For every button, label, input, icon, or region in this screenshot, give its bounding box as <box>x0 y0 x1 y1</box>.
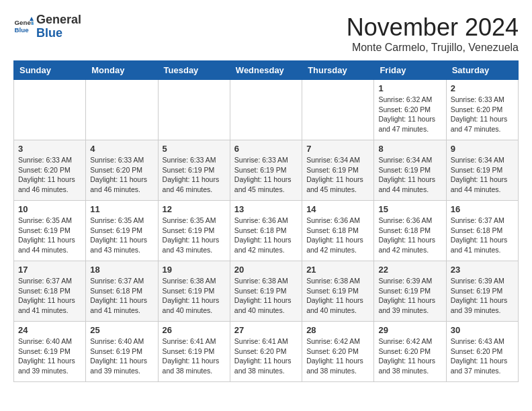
day-info: Sunrise: 6:43 AM Sunset: 6:20 PM Dayligh… <box>451 336 514 376</box>
day-info: Sunrise: 6:37 AM Sunset: 6:18 PM Dayligh… <box>451 216 514 255</box>
calendar-week-5: 24Sunrise: 6:40 AM Sunset: 6:19 PM Dayli… <box>14 322 519 382</box>
calendar-cell: 13Sunrise: 6:36 AM Sunset: 6:18 PM Dayli… <box>230 201 302 261</box>
calendar-cell: 27Sunrise: 6:41 AM Sunset: 6:20 PM Dayli… <box>230 322 302 382</box>
day-number: 18 <box>90 265 153 275</box>
day-info: Sunrise: 6:37 AM Sunset: 6:18 PM Dayligh… <box>18 276 81 316</box>
day-number: 9 <box>451 144 514 154</box>
day-number: 17 <box>18 265 81 275</box>
day-info: Sunrise: 6:38 AM Sunset: 6:19 PM Dayligh… <box>306 276 369 316</box>
day-number: 30 <box>451 325 514 335</box>
calendar-cell <box>158 80 230 140</box>
col-friday: Friday <box>374 61 446 80</box>
col-thursday: Thursday <box>302 61 374 80</box>
day-number: 13 <box>234 204 298 214</box>
calendar-cell <box>230 80 302 140</box>
day-number: 7 <box>306 144 369 154</box>
day-info: Sunrise: 6:41 AM Sunset: 6:20 PM Dayligh… <box>234 336 298 376</box>
day-number: 14 <box>306 204 369 214</box>
calendar-cell <box>14 80 86 140</box>
calendar-week-4: 17Sunrise: 6:37 AM Sunset: 6:18 PM Dayli… <box>14 261 519 322</box>
calendar-cell: 30Sunrise: 6:43 AM Sunset: 6:20 PM Dayli… <box>446 322 518 382</box>
day-info: Sunrise: 6:40 AM Sunset: 6:19 PM Dayligh… <box>18 336 81 376</box>
calendar-cell <box>86 80 158 140</box>
day-number: 21 <box>306 265 369 275</box>
day-number: 1 <box>378 83 441 93</box>
page-header: General Blue General Blue November 2024 … <box>13 13 519 54</box>
calendar-cell: 8Sunrise: 6:34 AM Sunset: 6:19 PM Daylig… <box>374 140 446 201</box>
calendar-cell: 20Sunrise: 6:38 AM Sunset: 6:19 PM Dayli… <box>230 261 302 322</box>
day-info: Sunrise: 6:42 AM Sunset: 6:20 PM Dayligh… <box>378 336 441 376</box>
day-number: 27 <box>234 325 298 335</box>
day-info: Sunrise: 6:42 AM Sunset: 6:20 PM Dayligh… <box>306 336 369 376</box>
calendar-cell: 23Sunrise: 6:39 AM Sunset: 6:19 PM Dayli… <box>446 261 518 322</box>
day-info: Sunrise: 6:39 AM Sunset: 6:19 PM Dayligh… <box>378 276 441 316</box>
calendar-cell: 5Sunrise: 6:33 AM Sunset: 6:19 PM Daylig… <box>158 140 230 201</box>
day-info: Sunrise: 6:32 AM Sunset: 6:20 PM Dayligh… <box>378 95 441 134</box>
title-block: November 2024 Monte Carmelo, Trujillo, V… <box>347 13 519 54</box>
calendar-cell: 17Sunrise: 6:37 AM Sunset: 6:18 PM Dayli… <box>14 261 86 322</box>
day-number: 29 <box>378 325 441 335</box>
calendar-cell: 3Sunrise: 6:33 AM Sunset: 6:20 PM Daylig… <box>14 140 86 201</box>
calendar-week-1: 1Sunrise: 6:32 AM Sunset: 6:20 PM Daylig… <box>14 80 519 140</box>
day-info: Sunrise: 6:34 AM Sunset: 6:19 PM Dayligh… <box>451 155 514 195</box>
calendar-cell: 15Sunrise: 6:36 AM Sunset: 6:18 PM Dayli… <box>374 201 446 261</box>
calendar-cell: 26Sunrise: 6:41 AM Sunset: 6:19 PM Dayli… <box>158 322 230 382</box>
day-number: 4 <box>90 144 153 154</box>
day-number: 3 <box>18 144 81 154</box>
calendar-cell: 24Sunrise: 6:40 AM Sunset: 6:19 PM Dayli… <box>14 322 86 382</box>
day-number: 28 <box>306 325 369 335</box>
svg-text:Blue: Blue <box>15 26 30 33</box>
day-info: Sunrise: 6:38 AM Sunset: 6:19 PM Dayligh… <box>234 276 298 316</box>
day-info: Sunrise: 6:36 AM Sunset: 6:18 PM Dayligh… <box>306 216 369 255</box>
day-info: Sunrise: 6:40 AM Sunset: 6:19 PM Dayligh… <box>90 336 153 376</box>
day-info: Sunrise: 6:36 AM Sunset: 6:18 PM Dayligh… <box>234 216 298 255</box>
calendar-cell: 18Sunrise: 6:37 AM Sunset: 6:18 PM Dayli… <box>86 261 158 322</box>
day-info: Sunrise: 6:37 AM Sunset: 6:18 PM Dayligh… <box>90 276 153 316</box>
day-info: Sunrise: 6:34 AM Sunset: 6:19 PM Dayligh… <box>306 155 369 195</box>
day-number: 2 <box>451 83 514 93</box>
col-sunday: Sunday <box>14 61 86 80</box>
day-number: 8 <box>378 144 441 154</box>
day-number: 11 <box>90 204 153 214</box>
col-wednesday: Wednesday <box>230 61 302 80</box>
day-number: 12 <box>163 204 226 214</box>
calendar-cell: 2Sunrise: 6:33 AM Sunset: 6:20 PM Daylig… <box>446 80 518 140</box>
day-number: 6 <box>234 144 298 154</box>
calendar-cell: 11Sunrise: 6:35 AM Sunset: 6:19 PM Dayli… <box>86 201 158 261</box>
calendar-cell: 12Sunrise: 6:35 AM Sunset: 6:19 PM Dayli… <box>158 201 230 261</box>
day-info: Sunrise: 6:33 AM Sunset: 6:20 PM Dayligh… <box>451 95 514 134</box>
calendar-cell: 29Sunrise: 6:42 AM Sunset: 6:20 PM Dayli… <box>374 322 446 382</box>
location-subtitle: Monte Carmelo, Trujillo, Venezuela <box>347 42 519 54</box>
calendar-cell: 1Sunrise: 6:32 AM Sunset: 6:20 PM Daylig… <box>374 80 446 140</box>
col-saturday: Saturday <box>446 61 518 80</box>
calendar-cell: 28Sunrise: 6:42 AM Sunset: 6:20 PM Dayli… <box>302 322 374 382</box>
month-title: November 2024 <box>347 13 519 42</box>
calendar-header: Sunday Monday Tuesday Wednesday Thursday… <box>14 61 519 80</box>
day-number: 16 <box>451 204 514 214</box>
day-number: 19 <box>163 265 226 275</box>
calendar-cell: 10Sunrise: 6:35 AM Sunset: 6:19 PM Dayli… <box>14 201 86 261</box>
logo-blue: Blue <box>36 27 81 40</box>
day-info: Sunrise: 6:38 AM Sunset: 6:19 PM Dayligh… <box>163 276 226 316</box>
day-info: Sunrise: 6:33 AM Sunset: 6:20 PM Dayligh… <box>18 155 81 195</box>
calendar-cell <box>302 80 374 140</box>
day-number: 25 <box>90 325 153 335</box>
day-info: Sunrise: 6:33 AM Sunset: 6:20 PM Dayligh… <box>90 155 153 195</box>
day-info: Sunrise: 6:33 AM Sunset: 6:19 PM Dayligh… <box>234 155 298 195</box>
calendar-body: 1Sunrise: 6:32 AM Sunset: 6:20 PM Daylig… <box>14 80 519 382</box>
logo: General Blue General Blue <box>13 13 81 40</box>
col-tuesday: Tuesday <box>158 61 230 80</box>
col-monday: Monday <box>86 61 158 80</box>
calendar-cell: 25Sunrise: 6:40 AM Sunset: 6:19 PM Dayli… <box>86 322 158 382</box>
calendar-week-2: 3Sunrise: 6:33 AM Sunset: 6:20 PM Daylig… <box>14 140 519 201</box>
day-number: 10 <box>18 204 81 214</box>
day-info: Sunrise: 6:33 AM Sunset: 6:19 PM Dayligh… <box>163 155 226 195</box>
calendar-cell: 21Sunrise: 6:38 AM Sunset: 6:19 PM Dayli… <box>302 261 374 322</box>
calendar-cell: 16Sunrise: 6:37 AM Sunset: 6:18 PM Dayli… <box>446 201 518 261</box>
header-row: Sunday Monday Tuesday Wednesday Thursday… <box>14 61 519 80</box>
logo-icon: General Blue <box>13 17 34 37</box>
day-info: Sunrise: 6:35 AM Sunset: 6:19 PM Dayligh… <box>90 216 153 255</box>
day-info: Sunrise: 6:35 AM Sunset: 6:19 PM Dayligh… <box>18 216 81 255</box>
day-info: Sunrise: 6:34 AM Sunset: 6:19 PM Dayligh… <box>378 155 441 195</box>
calendar-week-3: 10Sunrise: 6:35 AM Sunset: 6:19 PM Dayli… <box>14 201 519 261</box>
